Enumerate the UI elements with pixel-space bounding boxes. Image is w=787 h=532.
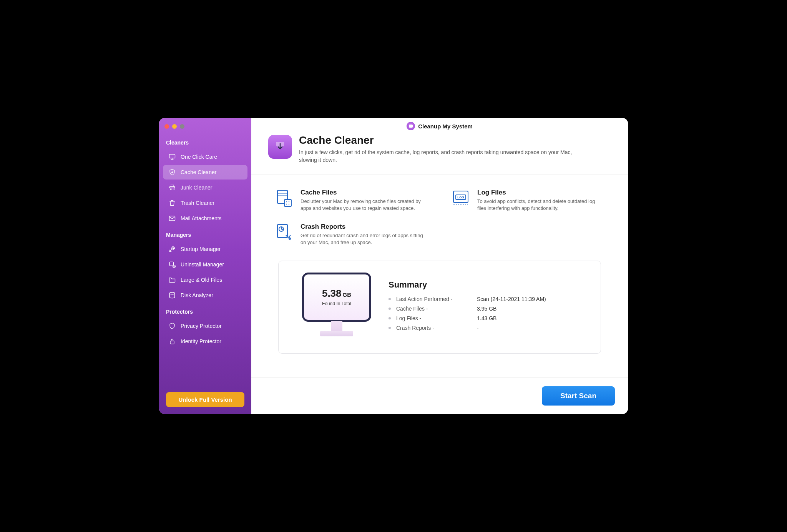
svg-point-10 bbox=[286, 201, 287, 202]
zoom-window-button[interactable] bbox=[180, 124, 184, 129]
sidebar-item-disk-analyzer[interactable]: Disk Analyzer bbox=[163, 288, 247, 303]
feature-crash-reports: Crash Reports Get rid of redundant crash… bbox=[274, 223, 428, 246]
crash-report-icon bbox=[274, 223, 294, 242]
nav-label: Large & Old Files bbox=[181, 277, 222, 283]
feature-desc: Get rid of redundant crash and error log… bbox=[301, 232, 428, 246]
shield-down-icon bbox=[168, 168, 176, 176]
svg-rect-1 bbox=[169, 187, 174, 188]
monitor-icon bbox=[168, 153, 176, 161]
nav-label: Disk Analyzer bbox=[181, 292, 213, 298]
log-file-icon: LOG bbox=[451, 189, 470, 208]
feature-cache-files: Cache Files Declutter your Mac by removi… bbox=[274, 189, 428, 212]
main-panel: Cleanup My System Cache Cleaner In just … bbox=[251, 118, 628, 414]
svg-point-13 bbox=[289, 204, 289, 204]
feature-title: Cache Files bbox=[301, 189, 428, 196]
start-scan-button[interactable]: Start Scan bbox=[542, 386, 615, 406]
minimize-window-button[interactable] bbox=[172, 124, 177, 129]
svg-rect-2 bbox=[169, 216, 175, 221]
sidebar-item-junk-cleaner[interactable]: Junk Cleaner bbox=[163, 180, 247, 195]
sidebar-section-cleaners: Cleaners One Click Care Cache Cleaner Ju… bbox=[159, 134, 251, 226]
section-title-protectors: Protectors bbox=[159, 303, 251, 318]
svg-rect-7 bbox=[170, 341, 174, 344]
nav-label: Trash Cleaner bbox=[181, 200, 214, 206]
feature-log-files: LOG Log Files To avoid app conflicts, de… bbox=[451, 189, 605, 212]
app-brand-icon bbox=[407, 122, 415, 130]
nav-label: Cache Cleaner bbox=[181, 169, 216, 175]
sidebar-item-cache-cleaner[interactable]: Cache Cleaner bbox=[163, 165, 247, 180]
feature-title: Crash Reports bbox=[301, 223, 428, 231]
window-controls bbox=[159, 123, 251, 134]
sidebar-item-large-old-files[interactable]: Large & Old Files bbox=[163, 273, 247, 287]
sidebar-item-privacy-protector[interactable]: Privacy Protector bbox=[163, 319, 247, 333]
page-subtitle: In just a few clicks, get rid of the sys… bbox=[299, 149, 591, 164]
app-title: Cleanup My System bbox=[418, 123, 473, 130]
total-size-unit: GB bbox=[343, 291, 352, 298]
close-window-button[interactable] bbox=[164, 124, 169, 129]
mail-icon bbox=[168, 214, 176, 222]
svg-point-3 bbox=[173, 248, 174, 249]
nav-label: Mail Attachments bbox=[181, 215, 222, 221]
sidebar-section-managers: Managers Startup Manager Uninstall Manag… bbox=[159, 226, 251, 303]
footer-bar: Start Scan bbox=[251, 377, 628, 414]
shield-icon bbox=[168, 322, 176, 330]
folder-icon bbox=[168, 276, 176, 284]
section-title-cleaners: Cleaners bbox=[159, 134, 251, 149]
svg-rect-0 bbox=[169, 154, 175, 158]
summary-row: Cache Files -3.95 GB bbox=[389, 306, 585, 312]
lock-icon bbox=[168, 337, 176, 345]
cache-cleaner-hero-icon bbox=[268, 135, 292, 159]
feature-desc: Declutter your Mac by removing cache fil… bbox=[301, 198, 428, 212]
disk-icon bbox=[168, 291, 176, 299]
nav-label: Junk Cleaner bbox=[181, 185, 213, 191]
sidebar-item-uninstall-manager[interactable]: Uninstall Manager bbox=[163, 257, 247, 272]
summary-row: Last Action Performed -Scan (24-11-2021 … bbox=[389, 296, 585, 302]
cache-file-icon bbox=[274, 189, 294, 208]
svg-point-12 bbox=[286, 204, 287, 204]
sidebar-item-trash-cleaner[interactable]: Trash Cleaner bbox=[163, 196, 247, 210]
nav-label: One Click Care bbox=[181, 154, 217, 160]
sidebar-item-mail-attachments[interactable]: Mail Attachments bbox=[163, 211, 247, 226]
sidebar-item-one-click-care[interactable]: One Click Care bbox=[163, 150, 247, 164]
summary-heading: Summary bbox=[389, 280, 585, 290]
svg-text:LOG: LOG bbox=[457, 196, 464, 199]
summary-row: Log Files -1.43 GB bbox=[389, 315, 585, 321]
summary-info: Summary Last Action Performed -Scan (24-… bbox=[389, 280, 585, 334]
sidebar: Cleaners One Click Care Cache Cleaner Ju… bbox=[159, 118, 251, 414]
nav-label: Privacy Protector bbox=[181, 323, 222, 329]
feature-title: Log Files bbox=[477, 189, 605, 196]
found-in-total-label: Found In Total bbox=[322, 301, 351, 306]
sidebar-section-protectors: Protectors Privacy Protector Identity Pr… bbox=[159, 303, 251, 349]
summary-row: Crash Reports -- bbox=[389, 325, 585, 331]
trash-icon bbox=[168, 199, 176, 207]
svg-rect-9 bbox=[284, 200, 291, 206]
summary-monitor-graphic: 5.38GB Found In Total bbox=[300, 273, 373, 342]
svg-point-11 bbox=[289, 201, 289, 202]
section-title-managers: Managers bbox=[159, 226, 251, 241]
nav-label: Uninstall Manager bbox=[181, 261, 224, 268]
page-header: Cache Cleaner In just a few clicks, get … bbox=[251, 134, 628, 175]
rocket-icon bbox=[168, 245, 176, 253]
shredder-icon bbox=[168, 184, 176, 191]
svg-point-6 bbox=[169, 293, 174, 294]
svg-rect-4 bbox=[169, 262, 173, 266]
unlock-full-version-button[interactable]: Unlock Full Version bbox=[166, 392, 244, 407]
app-remove-icon bbox=[168, 261, 176, 268]
feature-grid: Cache Files Declutter your Mac by removi… bbox=[251, 175, 628, 254]
page-title: Cache Cleaner bbox=[299, 134, 591, 146]
nav-label: Startup Manager bbox=[181, 246, 221, 252]
sidebar-item-identity-protector[interactable]: Identity Protector bbox=[163, 334, 247, 349]
sidebar-item-startup-manager[interactable]: Startup Manager bbox=[163, 242, 247, 256]
nav-label: Identity Protector bbox=[181, 338, 221, 344]
titlebar: Cleanup My System bbox=[251, 118, 628, 134]
feature-desc: To avoid app conflicts, detect and delet… bbox=[477, 198, 605, 212]
app-window: Cleaners One Click Care Cache Cleaner Ju… bbox=[159, 118, 628, 414]
summary-card: 5.38GB Found In Total Summary Last Actio… bbox=[278, 261, 601, 354]
total-size-value: 5.38 bbox=[322, 288, 342, 299]
